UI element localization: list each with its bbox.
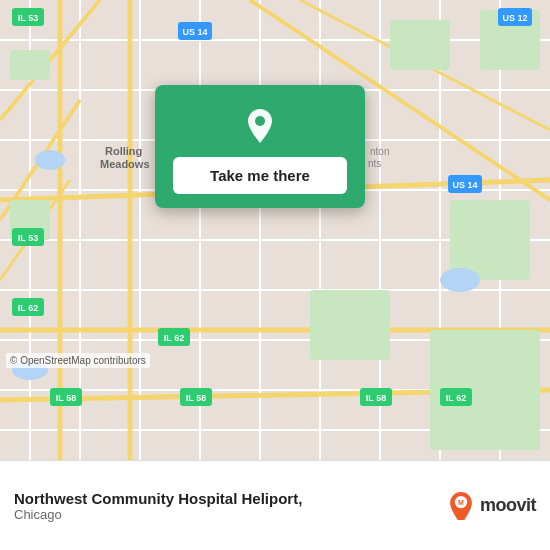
svg-text:IL 53: IL 53 <box>18 13 38 23</box>
svg-text:nton: nton <box>370 146 389 157</box>
moovit-brand-text: moovit <box>480 495 536 516</box>
svg-text:IL 53: IL 53 <box>18 233 38 243</box>
svg-point-37 <box>440 268 480 292</box>
moovit-logo: M moovit <box>447 492 536 520</box>
map-container: IL 53 IL 53 IL 62 IL 62 IL 62 IL 58 IL 5… <box>0 0 550 460</box>
svg-rect-29 <box>10 50 50 80</box>
take-me-there-button[interactable]: Take me there <box>173 157 347 194</box>
svg-text:M: M <box>458 499 464 506</box>
svg-text:IL 62: IL 62 <box>164 333 184 343</box>
svg-point-36 <box>35 150 65 170</box>
location-city: Chicago <box>14 507 437 522</box>
svg-text:nts: nts <box>368 158 381 169</box>
svg-text:US 12: US 12 <box>502 13 527 23</box>
svg-text:Meadows: Meadows <box>100 158 150 170</box>
popup-card: Take me there <box>155 85 365 208</box>
svg-text:US 14: US 14 <box>182 27 207 37</box>
svg-rect-32 <box>310 290 390 360</box>
svg-text:Rolling: Rolling <box>105 145 142 157</box>
moovit-pin-icon: M <box>447 492 475 520</box>
svg-point-66 <box>255 116 265 126</box>
svg-text:IL 62: IL 62 <box>446 393 466 403</box>
svg-text:IL 62: IL 62 <box>18 303 38 313</box>
location-pin-icon <box>238 103 282 147</box>
bottom-bar: Northwest Community Hospital Heliport, C… <box>0 460 550 550</box>
location-info: Northwest Community Hospital Heliport, C… <box>14 490 437 522</box>
svg-rect-30 <box>390 20 450 70</box>
location-name: Northwest Community Hospital Heliport, <box>14 490 437 507</box>
svg-text:IL 58: IL 58 <box>366 393 386 403</box>
map-attribution: © OpenStreetMap contributors <box>6 353 150 368</box>
svg-text:US 14: US 14 <box>452 180 477 190</box>
svg-text:IL 58: IL 58 <box>186 393 206 403</box>
svg-rect-33 <box>450 200 530 280</box>
svg-text:IL 58: IL 58 <box>56 393 76 403</box>
